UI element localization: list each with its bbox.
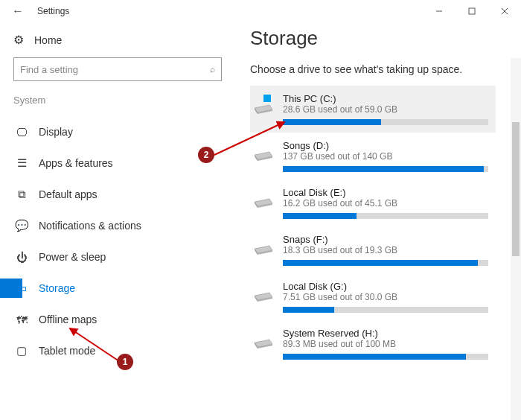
drive-icon [253,188,274,209]
sidebar-item-label: Display [39,126,73,138]
drive-bar [283,354,488,360]
sidebar-item-power[interactable]: ⏻ Power & sleep [13,241,238,273]
close-button[interactable] [488,0,521,22]
scrollbar[interactable] [511,58,521,420]
sidebar-item-storage[interactable]: ▭ Storage [13,273,238,304]
search-placeholder: Find a setting [20,64,78,75]
sidebar-item-label: Power & sleep [39,251,106,263]
drive-item[interactable]: Local Disk (G:) 7.51 GB used out of 30.0… [250,273,496,320]
drive-usage: 137 GB used out of 140 GB [283,151,488,162]
svg-rect-5 [263,95,267,98]
maximize-button[interactable] [456,0,488,22]
default-apps-icon: ⧉ [15,188,28,201]
apps-icon: ☰ [15,156,28,170]
nav-category: System [13,95,238,106]
drive-name: Songs (D:) [283,140,488,151]
power-icon: ⏻ [15,251,28,264]
drive-bar [283,213,488,219]
drive-usage: 7.51 GB used out of 30.0 GB [283,292,488,302]
drive-usage: 16.2 GB used out of 45.1 GB [283,198,488,209]
notifications-icon: 💬 [15,219,28,232]
drive-icon [253,282,274,303]
drive-name: Local Disk (G:) [283,281,488,292]
drive-item[interactable]: Local Disk (E:) 16.2 GB used out of 45.1… [250,179,496,226]
drive-name: Local Disk (E:) [283,187,488,198]
scrollbar-thumb[interactable] [512,122,520,256]
maps-icon: 🗺 [15,314,28,326]
drive-icon [253,95,274,115]
sidebar-item-display[interactable]: 🖵 Display [13,116,238,147]
drive-usage: 28.6 GB used out of 59.0 GB [283,104,488,115]
drive-item[interactable]: System Reserved (H:) 89.3 MB used out of… [250,320,496,367]
page-title: Storage [250,27,515,50]
tablet-icon: ▢ [15,344,28,357]
svg-rect-8 [268,99,272,103]
callout-badge-1: 1 [117,354,133,370]
sidebar-item-label: Default apps [39,188,98,200]
drive-name: Snaps (F:) [283,234,488,245]
drive-icon [253,235,274,256]
app-title: Settings [37,6,69,16]
storage-icon: ▭ [15,281,28,295]
drive-bar [283,166,488,172]
page-subtitle: Choose a drive to see what's taking up s… [250,63,515,75]
minimize-button[interactable] [423,0,456,22]
svg-rect-7 [263,99,267,103]
sidebar-item-label: Notifications & actions [39,220,141,232]
svg-rect-6 [268,95,272,98]
display-icon: 🖵 [15,126,28,139]
gear-icon: ⚙ [13,33,24,47]
callout-badge-2: 2 [198,147,214,163]
home-label: Home [34,34,62,46]
sidebar-item-label: Apps & features [39,157,113,169]
drive-icon [253,329,274,350]
home-link[interactable]: ⚙ Home [13,33,238,47]
sidebar-item-label: Storage [39,282,75,294]
svg-line-9 [70,328,119,361]
drive-usage: 89.3 MB used out of 100 MB [283,339,488,349]
drive-item[interactable]: Snaps (F:) 18.3 GB used out of 19.3 GB [250,226,496,273]
search-input[interactable]: Find a setting ⌕ [13,57,222,81]
drive-bar [283,119,488,125]
drive-name: This PC (C:) [283,93,488,104]
back-button[interactable]: ← [6,4,30,18]
drive-bar [283,260,488,266]
callout-arrow-2 [210,118,292,162]
svg-rect-1 [469,8,475,14]
drive-bar [283,307,488,313]
search-icon: ⌕ [210,64,215,74]
drive-name: System Reserved (H:) [283,328,488,339]
svg-line-10 [214,122,284,155]
sidebar-item-default-apps[interactable]: ⧉ Default apps [13,179,238,210]
sidebar-item-notifications[interactable]: 💬 Notifications & actions [13,210,238,241]
drive-usage: 18.3 GB used out of 19.3 GB [283,245,488,255]
